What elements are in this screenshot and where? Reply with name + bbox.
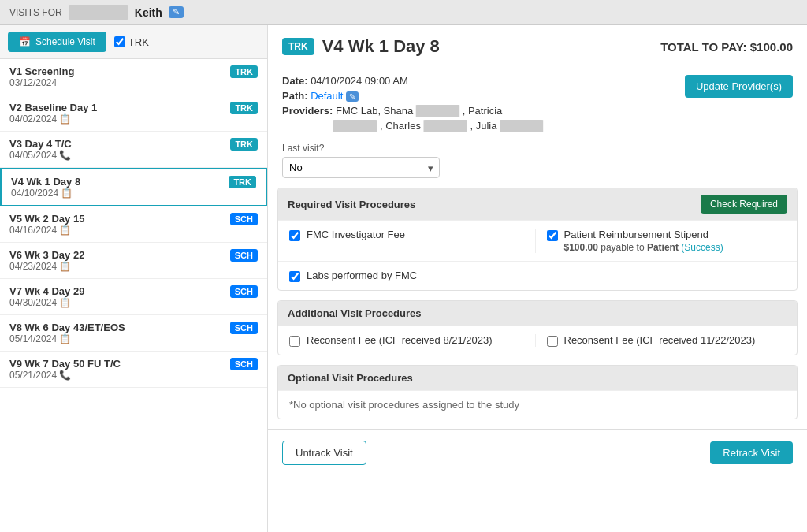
visit-item-date: 05/21/2024 📞 (9, 370, 121, 381)
required-proc-col-1: FMC Investigator Fee (289, 229, 529, 241)
visit-item-name: V6 Wk 3 Day 22 (9, 249, 84, 261)
visit-item-name: V5 Wk 2 Day 15 (9, 213, 84, 225)
visit-item-date: 04/02/2024 📋 (9, 113, 97, 125)
check-required-button[interactable]: Check Required (701, 195, 787, 214)
visit-title-area: TRK V4 Wk 1 Day 8 (282, 36, 440, 57)
visit-item-date: 04/30/2024 📋 (9, 297, 84, 308)
required-procedures-section: Required Visit Procedures Check Required… (277, 188, 798, 291)
visit-item-name: V7 Wk 4 Day 29 (9, 285, 84, 297)
visit-badge: SCH (230, 249, 258, 262)
providers-julia: , Julia (470, 120, 500, 132)
visit-item-date: 03/12/2024 (9, 77, 74, 88)
reconsent-aug-label: Reconsent Fee (ICF received 8/21/2023) (307, 334, 493, 346)
optional-section-title: Optional Visit Procedures (288, 372, 413, 384)
labs-fmc-col: Labs performed by FMC (289, 270, 529, 282)
fmc-investigator-fee-label: FMC Investigator Fee (307, 229, 405, 240)
visit-item-date: 04/10/2024 📋 (11, 188, 80, 199)
optional-procedures-section: Optional Visit Procedures *No optional v… (277, 365, 798, 419)
visit-item-date: 04/05/2024 📞 (9, 150, 72, 161)
visit-badge: TRK (230, 102, 258, 114)
visit-badge: TRK (230, 65, 258, 78)
total-to-pay: TOTAL TO PAY: $100.00 (660, 40, 793, 54)
trk-filter-checkbox[interactable]: TRK (114, 36, 149, 48)
providers-charles: , Charles (380, 120, 424, 132)
provider2-blurred: ██████ (333, 120, 377, 132)
visit-badge: TRK (282, 38, 314, 55)
date-row: Date: 04/10/2024 09:00 AM (282, 75, 543, 87)
footer-actions: Untrack Visit Retrack Visit (268, 429, 807, 476)
providers-label: Providers: (282, 105, 333, 117)
labs-fmc-label: Labs performed by FMC (307, 270, 417, 281)
patient-name: Keith (135, 6, 162, 19)
providers-patricia: , Patricia (463, 105, 503, 117)
last-visit-select[interactable]: No Yes (282, 157, 440, 178)
provider1-blurred: ██████ (416, 105, 459, 117)
required-section-title: Required Visit Procedures (288, 199, 415, 210)
visit-badge: TRK (229, 176, 256, 188)
provider3-blurred: ██████ (424, 120, 467, 132)
reconsent-nov-label: Reconsent Fee (ICF received 11/22/2023) (564, 334, 756, 346)
visit-list-item[interactable]: V6 Wk 3 Day 2204/23/2024 📋SCH (0, 243, 267, 279)
labs-fmc-checkbox[interactable] (289, 271, 300, 282)
untrack-visit-button[interactable]: Untrack Visit (282, 441, 366, 465)
patient-reimbursement-checkbox[interactable] (547, 230, 558, 241)
date-label: Date: (282, 75, 308, 87)
patient-reimbursement-info: Patient Reimbursement Stipend $100.00 pa… (564, 229, 723, 253)
reconsent-aug-checkbox[interactable] (289, 336, 300, 347)
last-visit-select-wrapper[interactable]: No Yes (282, 157, 440, 178)
optional-section-header: Optional Visit Procedures (278, 366, 797, 390)
visit-item-date: 05/14/2024 📋 (9, 333, 125, 344)
no-optional-text: *No optional visit procedures assigned t… (278, 390, 797, 419)
sidebar: 📅 Schedule Visit TRK V1 Screening03/12/2… (0, 25, 268, 532)
visit-list-item[interactable]: V8 Wk 6 Day 43/ET/EOS05/14/2024 📋SCH (0, 315, 267, 352)
additional-section-title: Additional Visit Procedures (288, 307, 422, 319)
visit-badge: SCH (230, 322, 258, 334)
visit-badge: SCH (230, 213, 258, 225)
main-content: TRK V4 Wk 1 Day 8 TOTAL TO PAY: $100.00 … (268, 25, 807, 532)
visit-list-item[interactable]: V1 Screening03/12/2024TRK (0, 59, 267, 95)
trk-checkbox-input[interactable] (114, 36, 125, 47)
path-link[interactable]: Default (311, 90, 343, 102)
required-procedure-row-1: FMC Investigator Fee Patient Reimburseme… (278, 220, 797, 261)
visit-item-name: V1 Screening (9, 65, 74, 77)
visit-header: TRK V4 Wk 1 Day 8 TOTAL TO PAY: $100.00 (268, 25, 807, 65)
visit-badge: SCH (230, 358, 258, 370)
visit-title: V4 Wk 1 Day 8 (322, 36, 440, 57)
path-edit-icon[interactable]: ✎ (346, 91, 359, 102)
date-value: 04/10/2024 09:00 AM (311, 75, 408, 87)
edit-icon[interactable]: ✎ (169, 6, 184, 18)
visit-list: V1 Screening03/12/2024TRKV2 Baseline Day… (0, 59, 267, 532)
visits-for-label: VISITS FOR (9, 7, 62, 18)
additional-procedures-section: Additional Visit Procedures Reconsent Fe… (277, 300, 798, 355)
reconsent-col-1: Reconsent Fee (ICF received 8/21/2023) (289, 334, 529, 347)
visit-item-date: 04/16/2024 📋 (9, 225, 84, 236)
visit-list-item[interactable]: V4 Wk 1 Day 804/10/2024 📋TRK (0, 168, 267, 206)
providers-fmc: FMC Lab, Shana (336, 105, 416, 117)
page-header: VISITS FOR Keith ✎ (0, 0, 807, 25)
providers-row2: ██████ , Charles ██████ , Julia ██████ (282, 120, 543, 132)
visit-list-item[interactable]: V9 Wk 7 Day 50 FU T/C05/21/2024 📞SCH (0, 352, 267, 388)
visit-item-name: V8 Wk 6 Day 43/ET/EOS (9, 322, 125, 333)
calendar-icon: 📅 (19, 36, 31, 47)
visit-list-item[interactable]: V7 Wk 4 Day 2904/30/2024 📋SCH (0, 279, 267, 315)
required-procedure-row-2: Labs performed by FMC (278, 261, 797, 290)
sidebar-toolbar: 📅 Schedule Visit TRK (0, 25, 267, 59)
visit-list-item[interactable]: V5 Wk 2 Day 1504/16/2024 📋SCH (0, 206, 267, 243)
patient-reimbursement-label: Patient Reimbursement Stipend (564, 229, 723, 240)
fmc-investigator-fee-checkbox[interactable] (289, 230, 300, 241)
path-row: Path: Default ✎ (282, 90, 543, 102)
visit-meta: Date: 04/10/2024 09:00 AM Path: Default … (282, 75, 543, 135)
visit-item-name: V9 Wk 7 Day 50 FU T/C (9, 358, 121, 370)
visit-item-name: V2 Baseline Day 1 (9, 102, 97, 113)
last-visit-label: Last visit? (282, 143, 793, 154)
additional-procedure-row-1: Reconsent Fee (ICF received 8/21/2023) R… (278, 326, 797, 355)
required-section-header: Required Visit Procedures Check Required (278, 188, 797, 220)
visit-item-name: V3 Day 4 T/C (9, 138, 72, 150)
schedule-visit-button[interactable]: 📅 Schedule Visit (8, 32, 106, 52)
visit-badge: TRK (230, 138, 258, 151)
visit-list-item[interactable]: V2 Baseline Day 104/02/2024 📋TRK (0, 95, 267, 132)
retrack-visit-button[interactable]: Retrack Visit (710, 441, 793, 464)
reconsent-nov-checkbox[interactable] (547, 336, 558, 347)
visit-list-item[interactable]: V3 Day 4 T/C04/05/2024 📞TRK (0, 132, 267, 168)
update-provider-button[interactable]: Update Provider(s) (685, 75, 793, 98)
